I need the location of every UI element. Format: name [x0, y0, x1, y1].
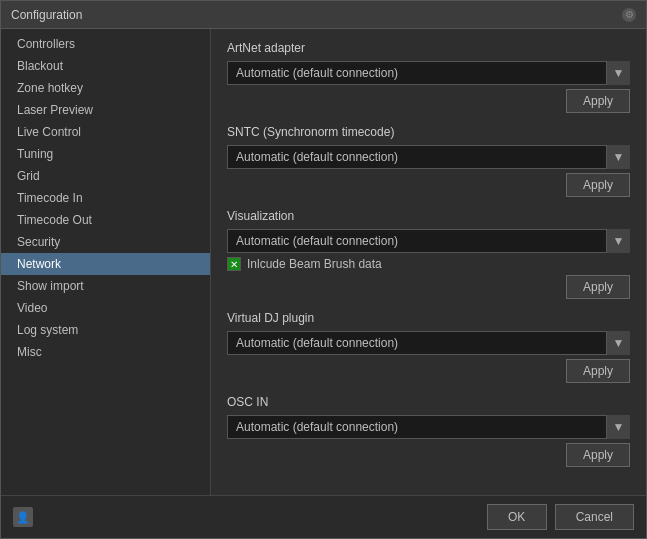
select-wrapper-osc-in: Automatic (default connection)▼ [227, 415, 630, 439]
section-title-virtual-dj: Virtual DJ plugin [227, 311, 630, 325]
sidebar-item-security[interactable]: Security [1, 231, 210, 253]
sidebar-item-grid[interactable]: Grid [1, 165, 210, 187]
sidebar-item-tuning[interactable]: Tuning [1, 143, 210, 165]
dropdown-visualization[interactable]: Automatic (default connection) [227, 229, 630, 253]
sidebar-item-zone-hotkey[interactable]: Zone hotkey [1, 77, 210, 99]
sidebar-item-controllers[interactable]: Controllers [1, 33, 210, 55]
dropdown-row-sntc: Automatic (default connection)▼ [227, 145, 630, 169]
section-title-sntc: SNTC (Synchronorm timecode) [227, 125, 630, 139]
section-sntc: SNTC (Synchronorm timecode)Automatic (de… [227, 125, 630, 197]
sidebar-item-misc[interactable]: Misc [1, 341, 210, 363]
ok-button[interactable]: OK [487, 504, 547, 530]
checkbox-visualization[interactable]: ✕ [227, 257, 241, 271]
section-title-visualization: Visualization [227, 209, 630, 223]
user-icon[interactable]: 👤 [13, 507, 33, 527]
section-osc-in: OSC INAutomatic (default connection)▼App… [227, 395, 630, 467]
apply-row-osc-in: Apply [227, 443, 630, 467]
apply-row-virtual-dj: Apply [227, 359, 630, 383]
window-control-icon[interactable]: ⚙ [622, 8, 636, 22]
footer-buttons: OK Cancel [487, 504, 634, 530]
configuration-window: Configuration ⚙ ControllersBlackoutZone … [0, 0, 647, 539]
dropdown-row-visualization: Automatic (default connection)▼ [227, 229, 630, 253]
section-artnet: ArtNet adapterAutomatic (default connect… [227, 41, 630, 113]
dropdown-row-virtual-dj: Automatic (default connection)▼ [227, 331, 630, 355]
sidebar-item-timecode-in[interactable]: Timecode In [1, 187, 210, 209]
apply-button-artnet[interactable]: Apply [566, 89, 630, 113]
window-title: Configuration [11, 8, 82, 22]
apply-row-visualization: Apply [227, 275, 630, 299]
apply-button-visualization[interactable]: Apply [566, 275, 630, 299]
dropdown-virtual-dj[interactable]: Automatic (default connection) [227, 331, 630, 355]
dropdown-artnet[interactable]: Automatic (default connection) [227, 61, 630, 85]
select-wrapper-sntc: Automatic (default connection)▼ [227, 145, 630, 169]
sidebar-item-timecode-out[interactable]: Timecode Out [1, 209, 210, 231]
sidebar-item-laser-preview[interactable]: Laser Preview [1, 99, 210, 121]
section-visualization: VisualizationAutomatic (default connecti… [227, 209, 630, 299]
section-title-artnet: ArtNet adapter [227, 41, 630, 55]
apply-row-artnet: Apply [227, 89, 630, 113]
sidebar-item-blackout[interactable]: Blackout [1, 55, 210, 77]
select-wrapper-virtual-dj: Automatic (default connection)▼ [227, 331, 630, 355]
apply-button-virtual-dj[interactable]: Apply [566, 359, 630, 383]
apply-button-sntc[interactable]: Apply [566, 173, 630, 197]
apply-row-sntc: Apply [227, 173, 630, 197]
apply-button-osc-in[interactable]: Apply [566, 443, 630, 467]
cancel-button[interactable]: Cancel [555, 504, 634, 530]
sidebar: ControllersBlackoutZone hotkeyLaser Prev… [1, 29, 211, 495]
sidebar-item-video[interactable]: Video [1, 297, 210, 319]
sidebar-item-show-import[interactable]: Show import [1, 275, 210, 297]
dropdown-osc-in[interactable]: Automatic (default connection) [227, 415, 630, 439]
section-title-osc-in: OSC IN [227, 395, 630, 409]
sidebar-item-live-control[interactable]: Live Control [1, 121, 210, 143]
footer-left: 👤 [13, 507, 33, 527]
sidebar-item-network[interactable]: Network [1, 253, 210, 275]
dropdown-sntc[interactable]: Automatic (default connection) [227, 145, 630, 169]
settings-panel: ArtNet adapterAutomatic (default connect… [211, 29, 646, 495]
section-virtual-dj: Virtual DJ pluginAutomatic (default conn… [227, 311, 630, 383]
checkbox-label-visualization: Inlcude Beam Brush data [247, 257, 382, 271]
checkbox-row-visualization: ✕Inlcude Beam Brush data [227, 257, 630, 271]
sidebar-item-log-system[interactable]: Log system [1, 319, 210, 341]
dropdown-row-osc-in: Automatic (default connection)▼ [227, 415, 630, 439]
select-wrapper-visualization: Automatic (default connection)▼ [227, 229, 630, 253]
main-content-area: ControllersBlackoutZone hotkeyLaser Prev… [1, 29, 646, 495]
footer: 👤 OK Cancel [1, 495, 646, 538]
title-bar: Configuration ⚙ [1, 1, 646, 29]
dropdown-row-artnet: Automatic (default connection)▼ [227, 61, 630, 85]
select-wrapper-artnet: Automatic (default connection)▼ [227, 61, 630, 85]
